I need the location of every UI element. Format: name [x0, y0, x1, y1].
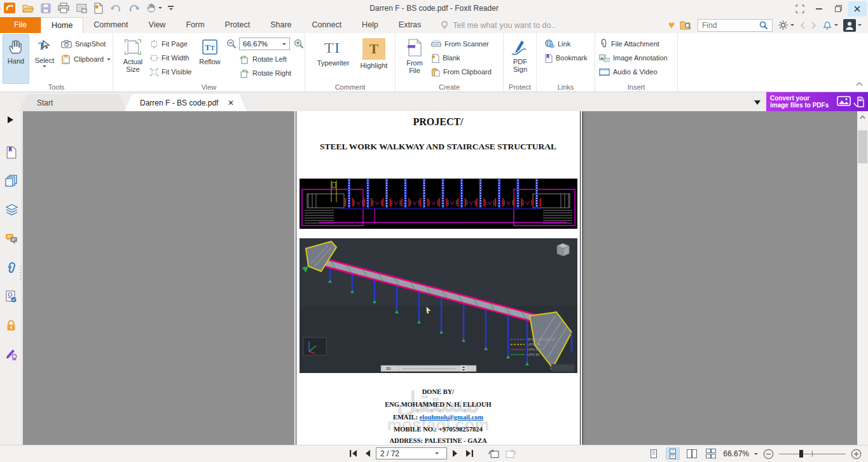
page-field-caret[interactable] — [435, 452, 439, 454]
actual-size-button[interactable]: Actual Size — [118, 34, 148, 84]
expand-panel-icon[interactable] — [8, 116, 13, 123]
certificates-panel-icon[interactable] — [5, 348, 18, 360]
zoom-slider-handle[interactable] — [799, 450, 803, 458]
rotate-left-button[interactable]: Rotate Left — [239, 53, 287, 65]
facing-view-icon[interactable] — [685, 447, 699, 460]
forward-icon[interactable] — [811, 21, 817, 30]
bookmarks-panel-icon[interactable] — [5, 146, 17, 159]
rotate-right-button[interactable]: Rotate Right — [239, 67, 291, 79]
continuous-facing-view-icon[interactable] — [704, 447, 718, 460]
new-doc-icon[interactable] — [93, 2, 104, 14]
file-attachment-button[interactable]: File Attachment — [599, 37, 659, 50]
search-folder-icon[interactable] — [680, 20, 692, 31]
quick-hand-tool-icon[interactable] — [146, 3, 162, 13]
pages-panel-icon[interactable] — [5, 175, 18, 187]
from-file-button[interactable]: From File — [401, 34, 429, 84]
zoom-in-circle-icon[interactable] — [851, 449, 862, 459]
zoom-out-icon[interactable] — [226, 39, 237, 49]
back-icon[interactable] — [799, 21, 806, 30]
fit-width-button[interactable]: Fit Width — [150, 51, 189, 64]
collapse-ribbon-icon[interactable] — [856, 81, 863, 86]
close-tab-icon[interactable]: ✕ — [228, 99, 234, 107]
tab-connect[interactable]: Connect — [302, 17, 352, 33]
find-search-icon[interactable] — [759, 21, 768, 30]
find-input[interactable] — [701, 20, 759, 31]
customize-toolbar-icon[interactable] — [168, 6, 174, 10]
tab-extras[interactable]: Extras — [389, 17, 431, 33]
audio-video-button[interactable]: Audio & Video — [599, 65, 658, 78]
find-box — [698, 19, 773, 32]
previous-page-button[interactable] — [363, 449, 371, 458]
zoom-in-icon[interactable] — [294, 39, 304, 49]
next-page-button[interactable] — [452, 449, 460, 458]
fit-page-button[interactable]: Fit Page — [150, 37, 188, 50]
layers-panel-icon[interactable] — [5, 203, 18, 215]
tab-comment[interactable]: Comment — [83, 17, 138, 33]
bookmark-button[interactable]: Bookmark — [544, 51, 588, 64]
next-view-button[interactable] — [505, 449, 516, 459]
tab-help[interactable]: Help — [352, 17, 389, 33]
fit-visible-button[interactable]: Fit Visible — [150, 65, 191, 78]
security-panel-icon[interactable] — [5, 319, 17, 332]
notifications-bell-icon[interactable] — [822, 20, 838, 31]
image-annotation-button[interactable]: Image Annotation — [599, 51, 668, 64]
tab-protect[interactable]: Protect — [215, 17, 261, 33]
tab-view[interactable]: View — [139, 17, 176, 33]
snapshot-button[interactable]: SnapShot — [61, 37, 106, 50]
zoom-percent-combo[interactable]: 66.67% — [239, 37, 290, 50]
reflow-button[interactable]: TT Reflow — [196, 34, 224, 84]
blank-button[interactable]: Blank — [431, 51, 460, 64]
pdf-sign-button[interactable]: PDF Sign — [506, 34, 535, 84]
highlight-button[interactable]: T Highlight — [357, 34, 390, 84]
vertical-scrollbar[interactable] — [857, 111, 868, 445]
signatures-panel-icon[interactable] — [5, 290, 17, 303]
zoom-out-circle-icon[interactable] — [763, 449, 774, 459]
doc-tab-active[interactable]: Darren F - BS code.pdf ✕ — [125, 94, 247, 111]
single-page-view-icon[interactable] — [647, 447, 661, 460]
page-number-input[interactable] — [379, 449, 435, 459]
account-avatar[interactable] — [843, 19, 862, 32]
document-viewer[interactable]: PROJECT/ STEEL WORK WALKWAY AND STAIRCAS… — [23, 111, 857, 445]
tab-home[interactable]: Home — [41, 17, 83, 33]
print-icon[interactable] — [57, 3, 70, 14]
last-page-button[interactable] — [465, 449, 474, 458]
link-button[interactable]: Link — [544, 37, 570, 50]
zoom-slider[interactable] — [779, 449, 846, 459]
favorite-heart-icon[interactable]: ♥ — [668, 20, 675, 31]
attachments-panel-icon[interactable] — [5, 262, 17, 275]
email-link[interactable]: elouhmoh@gmail.com — [420, 414, 483, 421]
tab-form[interactable]: Form — [176, 17, 214, 33]
convert-images-banner[interactable]: Convert yourimage files to PDFs PDF — [766, 92, 868, 111]
hand-button[interactable]: Hand — [3, 34, 29, 84]
gather-windows-icon[interactable] — [790, 1, 809, 17]
save-icon[interactable] — [40, 3, 52, 14]
status-zoom-value[interactable]: 66.67% — [723, 449, 749, 458]
from-scanner-button[interactable]: From Scanner — [431, 37, 489, 50]
open-file-icon[interactable] — [22, 3, 34, 14]
redo-icon[interactable] — [128, 3, 141, 14]
sidebar-resize-grip[interactable] — [20, 265, 22, 282]
tab-share[interactable]: Share — [260, 17, 301, 33]
previous-view-button[interactable] — [488, 449, 500, 459]
restore-button[interactable] — [829, 1, 848, 17]
status-zoom-caret[interactable] — [754, 453, 758, 455]
undo-icon[interactable] — [109, 3, 122, 14]
scroll-up-icon[interactable] — [860, 115, 865, 119]
continuous-view-icon[interactable] — [666, 447, 680, 460]
comments-panel-icon[interactable] — [5, 233, 18, 245]
typewriter-button[interactable]: TI Typewriter — [313, 34, 354, 84]
close-button[interactable] — [848, 1, 867, 17]
doc-tab-start[interactable]: Start — [19, 94, 127, 111]
foxit-logo-icon[interactable] — [4, 2, 16, 14]
scrollbar-thumb[interactable] — [858, 130, 867, 163]
clipboard-button[interactable]: Clipboard — [61, 53, 111, 65]
tab-list-dropdown-icon[interactable] — [754, 100, 761, 105]
tab-file[interactable]: File — [0, 17, 41, 33]
first-page-button[interactable] — [348, 449, 358, 458]
minimize-button[interactable] — [809, 1, 829, 17]
from-clipboard-button[interactable]: From Clipboard — [431, 65, 492, 78]
email-doc-icon[interactable] — [76, 3, 87, 14]
select-button[interactable]: T Select — [31, 34, 59, 84]
tell-me-box[interactable]: Tell me what you want to do.. — [440, 20, 555, 31]
settings-gear-icon[interactable] — [778, 20, 794, 31]
